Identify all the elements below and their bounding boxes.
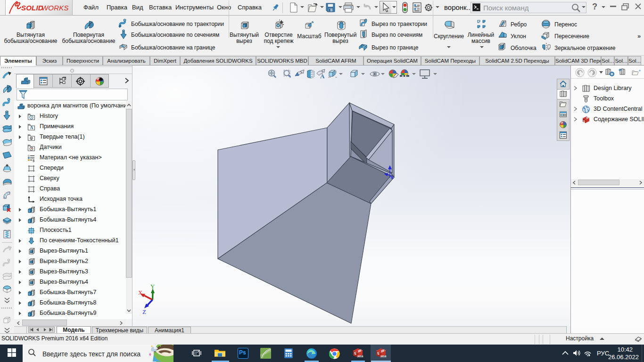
svg-text:A: A xyxy=(30,125,33,130)
svg-text:SOLID: SOLID xyxy=(21,4,43,12)
svg-text:2016: 2016 xyxy=(380,355,386,358)
svg-text:X: X xyxy=(138,289,143,296)
svg-text:Z: Z xyxy=(142,308,146,315)
svg-text:WORKS: WORKS xyxy=(41,4,69,12)
svg-text:S: S xyxy=(583,119,585,123)
svg-text:S: S xyxy=(354,351,356,356)
svg-text:2016: 2016 xyxy=(357,355,363,358)
svg-text:S: S xyxy=(377,351,380,356)
svg-text:Y: Y xyxy=(150,283,155,290)
